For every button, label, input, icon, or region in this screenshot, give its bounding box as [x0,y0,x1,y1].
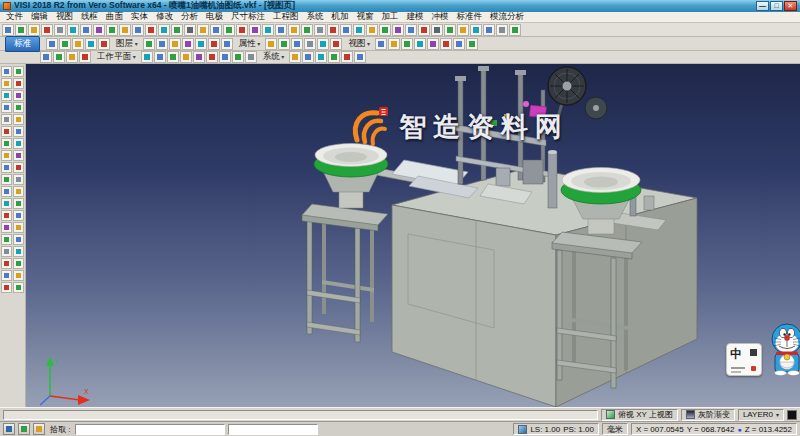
toolbar-icon[interactable] [288,24,300,36]
toolbar-icon[interactable] [457,24,469,36]
toolbar-icon[interactable] [327,24,339,36]
3d-viewport[interactable]: 智造资料网 Y X 中 [26,64,800,407]
toolbar-icon[interactable] [223,24,235,36]
toolbar-icon[interactable] [1,102,12,113]
toolbar-icon[interactable] [1,282,12,293]
toolbar-icon[interactable] [13,258,24,269]
toolbar-icon[interactable] [1,126,12,137]
toolbar-icon[interactable] [219,51,231,63]
group-label-layers[interactable]: 图层 [114,38,142,50]
toolbar-icon[interactable] [354,51,366,63]
units-indicator[interactable]: 毫米 [602,423,628,435]
toolbar-icon[interactable] [392,24,404,36]
menu-item[interactable]: 视图 [52,11,77,23]
toolbar-icon[interactable] [232,51,244,63]
toolbar-icon[interactable] [210,24,222,36]
group-label-attributes[interactable]: 属性 [237,38,265,50]
toolbar-icon[interactable] [1,66,12,77]
minimize-button[interactable]: — [756,1,769,11]
toolbar-icon[interactable] [13,102,24,113]
toolbar-icon[interactable] [328,51,340,63]
menu-item[interactable]: 建模 [403,11,428,23]
toolbar-icon[interactable] [15,24,27,36]
toolbar-icon[interactable] [314,24,326,36]
toolbar-icon[interactable] [156,38,168,50]
toolbar-icon[interactable] [13,150,24,161]
toolbar-icon[interactable] [13,186,24,197]
toolbar-icon[interactable] [53,51,65,63]
menu-item[interactable]: 系统 [303,11,328,23]
toolbar-icon[interactable] [13,234,24,245]
toolbar-icon[interactable] [453,38,465,50]
toolbar-icon[interactable] [98,38,110,50]
toolbar-icon[interactable] [431,24,443,36]
toolbar-icon[interactable] [1,162,12,173]
group-label-system[interactable]: 系统 [261,51,289,63]
toolbar-icon[interactable] [444,24,456,36]
toolbar-icon[interactable] [315,51,327,63]
close-button[interactable]: ✕ [784,1,797,11]
toolbar-icon[interactable] [483,24,495,36]
toolbar-icon[interactable] [1,138,12,149]
toolbar-icon[interactable] [46,38,58,50]
toolbar-icon[interactable] [13,90,24,101]
menu-item[interactable]: 实体 [127,11,152,23]
toolbar-icon[interactable] [379,24,391,36]
toolbar-icon[interactable] [13,114,24,125]
toolbar-icon[interactable] [79,51,91,63]
toolbar-icon[interactable] [13,126,24,137]
toolbar-icon[interactable] [317,38,329,50]
toolbar-icon[interactable] [1,78,12,89]
toolbar-icon[interactable] [106,24,118,36]
menu-item[interactable]: 尺寸标注 [227,11,269,23]
toolbar-icon[interactable] [1,210,12,221]
toolbar-icon[interactable] [195,38,207,50]
toolbar-icon[interactable] [13,162,24,173]
toolbar-icon[interactable] [509,24,521,36]
toolbar-icon[interactable] [353,24,365,36]
toolbar-icon[interactable] [278,38,290,50]
toolbar-icon[interactable] [275,24,287,36]
toolbar-icon[interactable] [440,38,452,50]
menu-item[interactable]: 标准件 [453,11,487,23]
toolbar-icon[interactable] [80,24,92,36]
toolbar-icon[interactable] [245,51,257,63]
toolbar-icon[interactable] [1,150,12,161]
3d-model[interactable] [26,64,800,407]
toolbar-icon[interactable] [262,24,274,36]
toolbar-icon[interactable] [301,24,313,36]
shading-mode-button[interactable]: 灰阶渐变 [681,409,735,421]
toolbar-icon[interactable] [375,38,387,50]
toolbar-icon[interactable] [221,38,233,50]
active-color-swatch[interactable] [787,410,797,420]
toolbar-icon[interactable] [1,270,12,281]
toolbar-icon[interactable] [13,282,24,293]
toolbar-icon[interactable] [13,210,24,221]
toolbar-icon[interactable] [67,24,79,36]
toolbar-icon[interactable] [40,51,52,63]
menu-item[interactable]: 编辑 [27,11,52,23]
toolbar-icon[interactable] [13,174,24,185]
toolbar-icon[interactable] [66,51,78,63]
toolbar-icon[interactable] [302,51,314,63]
toolbar-icon[interactable] [470,24,482,36]
toolbar-icon[interactable] [1,198,12,209]
toolbar-icon[interactable] [466,38,478,50]
toolbar-icon[interactable] [1,234,12,245]
toolbar-icon[interactable] [13,222,24,233]
toolbar-icon[interactable] [427,38,439,50]
toolbar-icon[interactable] [418,24,430,36]
view-orientation-button[interactable]: 俯视 XY 上视图 [601,409,678,421]
toolbar-icon[interactable] [13,270,24,281]
toolbar-icon[interactable] [132,24,144,36]
toolbar-icon[interactable] [289,51,301,63]
ribbon-tab-standard[interactable]: 标准 [5,36,40,52]
toolbar-icon[interactable] [13,78,24,89]
toolbar-icon[interactable] [206,51,218,63]
ortho-toggle-button[interactable] [33,423,45,435]
toolbar-icon[interactable] [388,38,400,50]
toolbar-icon[interactable] [145,24,157,36]
toolbar-icon[interactable] [169,38,181,50]
group-label-views[interactable]: 视图 [346,38,374,50]
toolbar-icon[interactable] [182,38,194,50]
